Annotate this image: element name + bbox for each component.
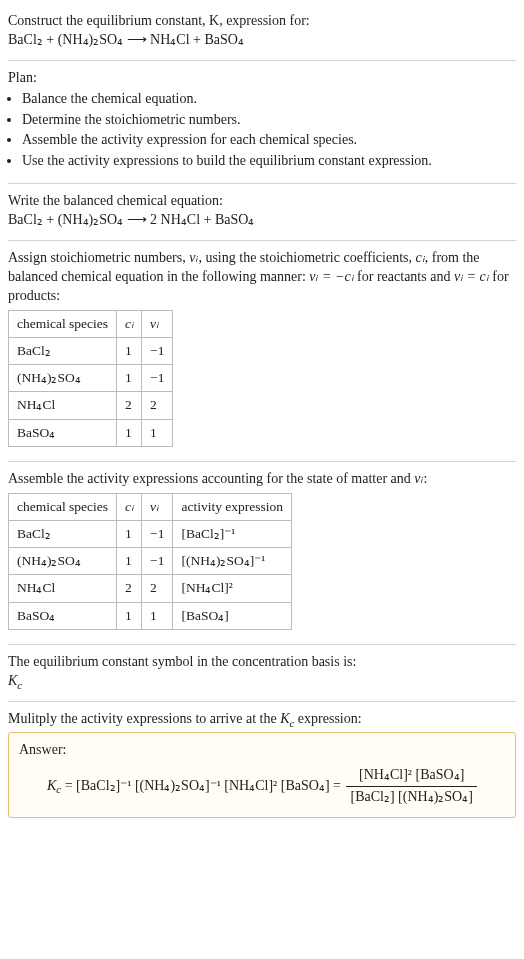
col-activity: activity expression xyxy=(173,493,292,520)
stoich-text: for reactants and xyxy=(354,269,454,284)
nu-i: νᵢ xyxy=(414,471,423,486)
divider xyxy=(8,183,516,184)
cell-ci: 1 xyxy=(117,548,142,575)
col-species: chemical species xyxy=(9,310,117,337)
cell-species: BaCl₂ xyxy=(9,337,117,364)
cell-vi: −1 xyxy=(142,548,173,575)
plan-list: Balance the chemical equation. Determine… xyxy=(8,90,516,172)
col-species: chemical species xyxy=(9,493,117,520)
cell-species: NH₄Cl xyxy=(9,575,117,602)
cell-species: BaSO₄ xyxy=(9,602,117,629)
col-vi: νᵢ xyxy=(142,493,173,520)
cell-species: BaSO₄ xyxy=(9,419,117,446)
answer-mid: = [BaCl₂]⁻¹ [(NH₄)₂SO₄]⁻¹ [NH₄Cl]² [BaSO… xyxy=(61,778,344,793)
k-letter: K xyxy=(280,711,289,726)
activity-table: chemical species cᵢ νᵢ activity expressi… xyxy=(8,493,292,630)
table-row: NH₄Cl 2 2 [NH₄Cl]² xyxy=(9,575,292,602)
cell-vi: −1 xyxy=(142,520,173,547)
table-header-row: chemical species cᵢ νᵢ xyxy=(9,310,173,337)
col-ci: cᵢ xyxy=(117,310,142,337)
cell-vi: 1 xyxy=(142,419,173,446)
cell-vi: −1 xyxy=(142,365,173,392)
plan-item: Assemble the activity expression for eac… xyxy=(22,131,516,150)
table-header-row: chemical species cᵢ νᵢ activity expressi… xyxy=(9,493,292,520)
stoich-heading: Assign stoichiometric numbers, νᵢ, using… xyxy=(8,249,516,306)
cell-vi: 1 xyxy=(142,602,173,629)
balanced-heading: Write the balanced chemical equation: xyxy=(8,192,516,211)
answer-label: Answer: xyxy=(19,741,505,760)
divider xyxy=(8,461,516,462)
table-row: NH₄Cl 2 2 xyxy=(9,392,173,419)
plan-item: Determine the stoichiometric numbers. xyxy=(22,111,516,130)
cell-activity: [(NH₄)₂SO₄]⁻¹ xyxy=(173,548,292,575)
cell-activity: [BaSO₄] xyxy=(173,602,292,629)
plan-item: Balance the chemical equation. xyxy=(22,90,516,109)
activity-heading: Assemble the activity expressions accoun… xyxy=(8,470,516,489)
cell-ci: 1 xyxy=(117,337,142,364)
stoich-section: Assign stoichiometric numbers, νᵢ, using… xyxy=(8,243,516,459)
cell-vi: 2 xyxy=(142,575,173,602)
divider xyxy=(8,644,516,645)
cell-ci: 2 xyxy=(117,392,142,419)
activity-text: Assemble the activity expressions accoun… xyxy=(8,471,414,486)
stoich-table: chemical species cᵢ νᵢ BaCl₂ 1 −1 (NH₄)₂… xyxy=(8,310,173,447)
plan-item: Use the activity expressions to build th… xyxy=(22,152,516,171)
balanced-section: Write the balanced chemical equation: Ba… xyxy=(8,186,516,238)
cell-vi: 2 xyxy=(142,392,173,419)
cell-ci: 1 xyxy=(117,602,142,629)
stoich-text: , using the stoichiometric coefficients, xyxy=(198,250,415,265)
cell-ci: 1 xyxy=(117,520,142,547)
intro-section: Construct the equilibrium constant, K, e… xyxy=(8,6,516,58)
table-row: BaSO₄ 1 1 xyxy=(9,419,173,446)
intro-line: Construct the equilibrium constant, K, e… xyxy=(8,12,516,31)
k-letter: K xyxy=(47,778,56,793)
symbol-heading: The equilibrium constant symbol in the c… xyxy=(8,653,516,672)
activity-text: : xyxy=(424,471,428,486)
col-ci: cᵢ xyxy=(117,493,142,520)
divider xyxy=(8,240,516,241)
cell-vi: −1 xyxy=(142,337,173,364)
intro-text: Construct the equilibrium constant, K, e… xyxy=(8,13,310,28)
table-row: BaSO₄ 1 1 [BaSO₄] xyxy=(9,602,292,629)
balanced-equation: BaCl₂ + (NH₄)₂SO₄ ⟶ 2 NH₄Cl + BaSO₄ xyxy=(8,211,516,230)
rel-react: νᵢ = −cᵢ xyxy=(309,269,353,284)
intro-equation: BaCl₂ + (NH₄)₂SO₄ ⟶ NH₄Cl + BaSO₄ xyxy=(8,31,516,50)
table-row: (NH₄)₂SO₄ 1 −1 [(NH₄)₂SO₄]⁻¹ xyxy=(9,548,292,575)
divider xyxy=(8,701,516,702)
answer-box: Answer: Kc = [BaCl₂]⁻¹ [(NH₄)₂SO₄]⁻¹ [NH… xyxy=(8,732,516,818)
cell-species: (NH₄)₂SO₄ xyxy=(9,365,117,392)
cell-activity: [BaCl₂]⁻¹ xyxy=(173,520,292,547)
answer-fraction: [NH₄Cl]² [BaSO₄][BaCl₂] [(NH₄)₂SO₄] xyxy=(346,766,476,807)
stoich-text: Assign stoichiometric numbers, xyxy=(8,250,189,265)
table-row: BaCl₂ 1 −1 xyxy=(9,337,173,364)
fraction-denominator: [BaCl₂] [(NH₄)₂SO₄] xyxy=(346,787,476,807)
k-letter: K xyxy=(8,673,17,688)
symbol-section: The equilibrium constant symbol in the c… xyxy=(8,647,516,699)
c-i: cᵢ xyxy=(416,250,425,265)
cell-ci: 1 xyxy=(117,365,142,392)
rel-prod: νᵢ = cᵢ xyxy=(454,269,489,284)
cell-ci: 2 xyxy=(117,575,142,602)
divider xyxy=(8,60,516,61)
plan-heading: Plan: xyxy=(8,69,516,88)
multiply-heading: Mulitply the activity expressions to arr… xyxy=(8,710,516,729)
multiply-text: expression: xyxy=(294,711,361,726)
cell-species: NH₄Cl xyxy=(9,392,117,419)
multiply-section: Mulitply the activity expressions to arr… xyxy=(8,704,516,827)
symbol-kc: Kc xyxy=(8,672,516,691)
fraction-numerator: [NH₄Cl]² [BaSO₄] xyxy=(346,766,476,787)
col-vi: νᵢ xyxy=(142,310,173,337)
activity-section: Assemble the activity expressions accoun… xyxy=(8,464,516,642)
cell-activity: [NH₄Cl]² xyxy=(173,575,292,602)
table-row: (NH₄)₂SO₄ 1 −1 xyxy=(9,365,173,392)
cell-species: (NH₄)₂SO₄ xyxy=(9,548,117,575)
k-sub: c xyxy=(17,678,22,690)
cell-species: BaCl₂ xyxy=(9,520,117,547)
answer-equation: Kc = [BaCl₂]⁻¹ [(NH₄)₂SO₄]⁻¹ [NH₄Cl]² [B… xyxy=(19,766,505,807)
plan-section: Plan: Balance the chemical equation. Det… xyxy=(8,63,516,181)
table-row: BaCl₂ 1 −1 [BaCl₂]⁻¹ xyxy=(9,520,292,547)
cell-ci: 1 xyxy=(117,419,142,446)
multiply-text: Mulitply the activity expressions to arr… xyxy=(8,711,280,726)
